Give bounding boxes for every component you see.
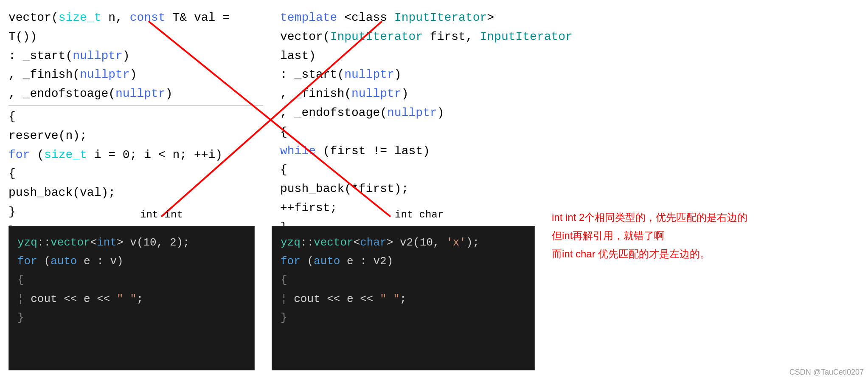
code-line: {: [8, 164, 263, 183]
comment-box: int int 2个相同类型的，优先匹配的是右边的 但int再解引用，就错了啊 …: [552, 208, 857, 263]
code-line: : _start(nullptr): [280, 65, 577, 85]
code-line: ¦ cout << e << " ";: [281, 290, 526, 308]
code-line: for (auto e : v): [17, 252, 246, 271]
code-line: , _endofstoage(nullptr): [8, 85, 263, 104]
code-line: vector(size_t n, const T& val = T()): [8, 8, 263, 47]
code-box-left: yzq::vector<int> v(10, 2); for (auto e :…: [8, 226, 255, 370]
code-line: yzq::vector<int> v(10, 2);: [17, 233, 246, 252]
code-line: }: [17, 308, 246, 327]
code-line: while (first != last): [280, 142, 577, 161]
comment-line-3: 而int char 优先匹配的才是左边的。: [552, 245, 857, 263]
label-int-char: int char: [395, 209, 444, 220]
code-line: {: [281, 271, 526, 289]
code-line: {: [17, 271, 246, 289]
code-line: , _finish(nullptr): [280, 85, 577, 104]
code-line: }: [281, 308, 526, 327]
code-box-right: yzq::vector<char> v2(10, 'x'); for (auto…: [272, 226, 535, 370]
comment-line-2: 但int再解引用，就错了啊: [552, 226, 857, 245]
code-line: }: [8, 203, 263, 222]
code-left-top: vector(size_t n, const T& val = T()) : _…: [8, 8, 263, 241]
code-line: {: [280, 161, 577, 180]
label-int-int: int int: [140, 209, 183, 220]
code-line: yzq::vector<char> v2(10, 'x');: [281, 233, 526, 252]
code-line: , _finish(nullptr): [8, 65, 263, 85]
code-line: push_back(*first);: [280, 180, 577, 199]
code-line: for (auto e : v2): [281, 252, 526, 271]
code-line: {: [280, 123, 577, 142]
code-line: template <class InputIterator>: [280, 8, 577, 28]
code-line: ¦ cout << e << " ";: [17, 290, 246, 308]
code-line: reserve(n);: [8, 127, 263, 146]
watermark: CSDN @TauCeti0207: [789, 368, 864, 377]
code-line: : _start(nullptr): [8, 47, 263, 66]
code-line: push_back(val);: [8, 183, 263, 203]
main-container: vector(size_t n, const T& val = T()) : _…: [0, 0, 868, 381]
code-line: , _endofstoage(nullptr): [280, 104, 577, 123]
code-line: for (size_t i = 0; i < n; ++i): [8, 146, 263, 165]
comment-line-1: int int 2个相同类型的，优先匹配的是右边的: [552, 208, 857, 226]
code-line: {: [8, 107, 263, 127]
code-line: vector(InputIterator first, InputIterato…: [280, 28, 577, 66]
